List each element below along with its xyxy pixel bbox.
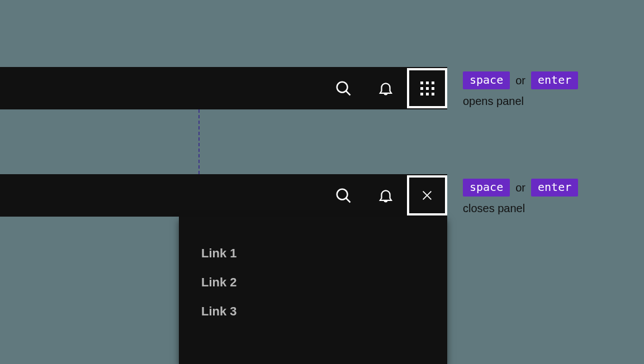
- header-nav-closed: [0, 67, 447, 109]
- svg-line-3: [346, 198, 351, 203]
- key-space: space: [463, 179, 510, 197]
- opens-panel-label: opens panel: [463, 95, 578, 108]
- header-nav-open: [0, 174, 447, 217]
- panel-link-3[interactable]: Link 3: [201, 297, 425, 326]
- connector-line: [198, 109, 200, 174]
- svg-line-1: [346, 91, 351, 95]
- closes-panel-label: closes panel: [463, 202, 578, 215]
- panel-link-1[interactable]: Link 1: [201, 239, 425, 268]
- grid-icon: [420, 82, 434, 95]
- search-icon[interactable]: [322, 174, 364, 217]
- search-icon[interactable]: [322, 67, 364, 109]
- annotation-opens: space or enter opens panel: [463, 71, 578, 108]
- app-switcher-button[interactable]: [407, 68, 447, 108]
- annotation-closes: space or enter closes panel: [463, 179, 578, 215]
- key-space: space: [463, 71, 510, 89]
- svg-point-2: [337, 189, 348, 200]
- bell-icon[interactable]: [364, 174, 407, 217]
- switcher-panel: Link 1 Link 2 Link 3: [179, 217, 447, 364]
- panel-link-2[interactable]: Link 2: [201, 268, 425, 297]
- key-enter: enter: [531, 71, 578, 89]
- key-enter: enter: [531, 179, 578, 197]
- text-or: or: [515, 181, 525, 194]
- text-or: or: [515, 74, 525, 87]
- svg-point-0: [337, 82, 348, 93]
- app-switcher-close-button[interactable]: [407, 175, 447, 215]
- bell-icon[interactable]: [364, 67, 407, 109]
- close-icon: [421, 189, 433, 202]
